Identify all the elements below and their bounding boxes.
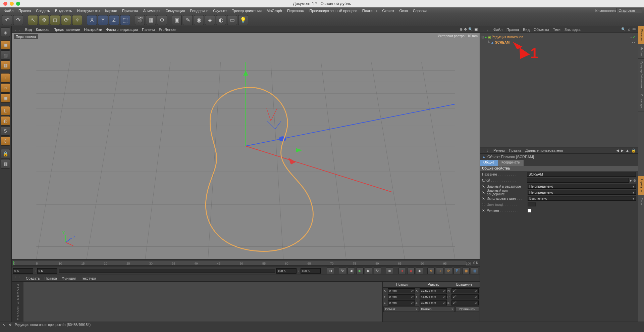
rtab-objects[interactable]: Объекты xyxy=(638,26,644,44)
menu-script[interactable]: Скрипт xyxy=(380,8,396,13)
timeline[interactable]: 0510152025303540455055606570758085909510… xyxy=(12,259,480,267)
viewport[interactable]: Перспектива xyxy=(12,33,480,259)
attr-userdata[interactable]: Данные пользователя xyxy=(525,148,563,152)
x-axis-icon[interactable]: X xyxy=(87,15,97,25)
rtab-layers[interactable]: Слои xyxy=(638,195,644,208)
soft-select-icon[interactable]: ◐ xyxy=(1,116,10,126)
vis-render-radio[interactable] xyxy=(482,191,485,194)
coord-rot-input[interactable]: 0 °▴▾ xyxy=(451,300,479,305)
layout-dropdown[interactable]: Стартовая xyxy=(616,8,642,13)
mat-create[interactable]: Создать xyxy=(26,276,40,280)
vp-pan-icon[interactable]: ✥ xyxy=(464,27,467,32)
redo-icon[interactable]: ↷ xyxy=(13,15,23,25)
pos-key-icon[interactable]: ✥ xyxy=(427,268,435,274)
eye-icon[interactable]: 👁 xyxy=(632,27,636,32)
coord-pos-input[interactable]: 0 mm▴▾ xyxy=(388,300,415,305)
layer-pick-icon[interactable]: ▸ xyxy=(630,179,632,182)
axis-icon[interactable]: L xyxy=(1,106,10,115)
render-icon[interactable]: 🎬 xyxy=(135,15,145,25)
lock-icon[interactable]: 🔒 xyxy=(631,148,636,153)
menu-edit[interactable]: Правка xyxy=(16,8,33,13)
generator-icon[interactable]: ◉ xyxy=(194,15,204,25)
coord-apply-button[interactable]: Применить xyxy=(455,306,479,312)
xray-radio[interactable] xyxy=(482,209,485,212)
undo-icon[interactable]: ↶ xyxy=(2,15,12,25)
param-key-icon[interactable]: P xyxy=(453,268,461,274)
menu-tools[interactable]: Инструменты xyxy=(75,8,103,13)
snap-icon[interactable]: S xyxy=(1,126,10,136)
menu-snap[interactable]: Привязка xyxy=(120,8,141,13)
mat-edit[interactable]: Правка xyxy=(45,276,57,280)
rotate-tool-icon[interactable]: ⟳ xyxy=(61,15,71,25)
frame-start[interactable] xyxy=(13,268,33,274)
layer-clear-icon[interactable]: ⊘ xyxy=(633,179,636,182)
obj-bookmark[interactable]: Закладка xyxy=(565,28,581,32)
menu-sculpt[interactable]: Скульпт xyxy=(211,8,229,13)
xray-checkbox[interactable] xyxy=(528,209,531,212)
light-icon[interactable]: 💡 xyxy=(238,15,248,25)
lasso-tool-icon[interactable]: ✧ xyxy=(72,15,82,25)
menu-create[interactable]: Создать xyxy=(34,8,52,13)
maximize-icon[interactable] xyxy=(16,2,20,6)
goto-start-icon[interactable]: ⏮ xyxy=(327,268,334,274)
menu-file[interactable]: Файл xyxy=(2,8,16,13)
vis-editor-dropdown[interactable]: Не определено▾ xyxy=(528,184,636,189)
menu-help[interactable]: Справка xyxy=(411,8,430,13)
frame-end[interactable] xyxy=(301,268,321,274)
nav-up-icon[interactable]: ▲ xyxy=(626,148,629,153)
search-icon[interactable]: 🔍 xyxy=(621,27,626,32)
tree-row-polyreduce[interactable]: ⊟▸▣ Редукция полигонов ▪✓ xyxy=(481,34,637,40)
menu-select[interactable]: Выделить xyxy=(53,8,74,13)
z-axis-icon[interactable]: Z xyxy=(109,15,119,25)
menu-sim[interactable]: Симуляция xyxy=(163,8,187,13)
menu-window[interactable]: Окно xyxy=(397,8,410,13)
coord-rot-input[interactable]: 0 °▴▾ xyxy=(451,294,479,299)
cube-primitive-icon[interactable]: ▣ xyxy=(172,15,182,25)
menu-render[interactable]: Рендеринг xyxy=(187,8,210,13)
y-axis-icon[interactable]: Y xyxy=(98,15,108,25)
locked-icon[interactable]: 🔒 xyxy=(1,149,10,158)
attr-tab-general[interactable]: Общие xyxy=(480,160,498,166)
vertex-icon[interactable]: ▦ xyxy=(1,159,10,169)
world-axis-icon[interactable]: ⬚ xyxy=(120,15,130,25)
vp-view[interactable]: Вид xyxy=(25,28,32,32)
menu-character[interactable]: Персонаж xyxy=(285,8,307,13)
point-mode-icon[interactable]: ▫ xyxy=(1,73,10,83)
coord-pos-input[interactable]: 0 mm▴▾ xyxy=(388,294,415,299)
home-icon[interactable]: ⌂ xyxy=(628,27,630,32)
menu-plugins[interactable]: Плагины xyxy=(360,8,380,13)
vp-nav-icon[interactable]: ⊕ xyxy=(460,27,463,32)
vp-prorender[interactable]: ProRender xyxy=(159,28,176,32)
timeline-icon[interactable]: ▤ xyxy=(471,268,478,274)
usecolor-radio[interactable] xyxy=(482,197,485,200)
material-area[interactable] xyxy=(23,282,382,322)
attr-layer-input[interactable] xyxy=(527,178,629,183)
coord-dd1[interactable]: Объект▾ xyxy=(383,306,419,312)
pla-key-icon[interactable]: ▦ xyxy=(462,268,470,274)
record-icon[interactable]: ● xyxy=(398,268,406,274)
rtab-structure[interactable]: Структура xyxy=(638,91,644,111)
coord-rot-input[interactable]: 0 °▴▾ xyxy=(451,288,479,293)
coord-size-input[interactable]: 32.522 mm▴▾ xyxy=(420,288,447,293)
tree-row-scream[interactable]: └▲ SCREAM ▪▪ xyxy=(481,40,637,45)
render-region-icon[interactable]: ▦ xyxy=(146,15,156,25)
rtab-browser[interactable]: Браузер библиотек xyxy=(638,59,644,91)
menu-mesh[interactable]: Каркас xyxy=(103,8,119,13)
close-icon[interactable] xyxy=(3,2,7,6)
menu-tracker[interactable]: Трекер движения xyxy=(229,8,264,13)
attr-mode[interactable]: Режим xyxy=(493,148,505,152)
obj-file[interactable]: Файл xyxy=(493,28,502,32)
scale-key-icon[interactable]: □ xyxy=(436,268,443,274)
menu-anim[interactable]: Анимация xyxy=(141,8,163,13)
coord-pos-input[interactable]: 0 mm▴▾ xyxy=(388,288,415,293)
camera-icon[interactable]: ▭ xyxy=(227,15,237,25)
frame-cur-r[interactable] xyxy=(276,268,297,274)
vp-filter[interactable]: Фильтр индикации xyxy=(106,28,138,32)
autokey-icon[interactable]: ◉ xyxy=(407,268,415,274)
vis-editor-radio[interactable] xyxy=(482,185,485,188)
spline-icon[interactable]: ✎ xyxy=(183,15,193,25)
vp-display[interactable]: Представление xyxy=(53,28,80,32)
vp-panels[interactable]: Панели xyxy=(142,28,155,32)
nav-fwd-icon[interactable]: ▶ xyxy=(621,148,624,153)
object-tree[interactable]: ⊟▸▣ Редукция полигонов ▪✓ └▲ SCREAM ▪▪ 1 xyxy=(480,33,638,147)
